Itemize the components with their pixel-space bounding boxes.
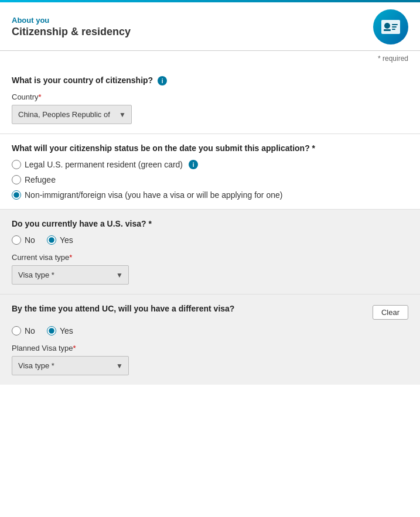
citizenship-status-radio-2[interactable] [12,175,21,184]
current-visa-radio-no[interactable] [12,235,21,245]
section-icon [373,9,408,44]
current-visa-yes[interactable]: Yes [47,235,73,245]
header: About you Citizenship & residency [0,2,420,51]
citizenship-question: What is your country of citizenship? i [12,76,408,85]
svg-point-1 [384,23,390,29]
citizenship-status-option-2[interactable]: Refugee [12,175,408,184]
citizenship-info-icon[interactable]: i [158,76,167,85]
svg-rect-3 [392,24,398,25]
svg-rect-0 [381,20,400,34]
country-select-wrapper: China, Peoples Republic of United States… [12,105,132,124]
planned-visa-type-label: Planned Visa type* [12,344,408,352]
citizenship-status-option-1[interactable]: Legal U.S. permanent resident (green car… [12,160,408,169]
planned-visa-radio-row: No Yes [12,326,408,335]
planned-visa-radio-no[interactable] [12,326,21,335]
svg-rect-4 [392,26,397,28]
planned-visa-section: By the time you attend UC, will you have… [0,295,420,385]
page-title: Citizenship & residency [12,26,131,38]
planned-visa-type-select-wrapper: Visa type * F-1 J-1 H-1B Other ▼ [12,356,129,375]
visa-type-label: Current visa type* [12,253,408,262]
citizenship-section: What is your country of citizenship? i C… [0,66,420,134]
current-visa-question: Do you currently have a U.S. visa? * [12,219,408,228]
green-card-info-icon[interactable]: i [189,160,198,169]
current-visa-section: Do you currently have a U.S. visa? * No … [0,210,420,295]
country-select[interactable]: China, Peoples Republic of United States… [12,105,132,124]
planned-visa-radio-yes[interactable] [47,326,56,335]
svg-rect-2 [384,29,391,31]
planned-visa-yes[interactable]: Yes [47,326,73,335]
citizenship-status-radio-3[interactable] [12,190,21,200]
breadcrumb: About you [12,16,131,25]
clear-button[interactable]: Clear [373,305,408,320]
citizenship-status-radio-group: Legal U.S. permanent resident (green car… [12,160,408,200]
required-note: * required [0,51,420,66]
citizenship-status-section: What will your citizenship status be on … [0,134,420,210]
planned-visa-question: By the time you attend UC, will you have… [12,304,234,313]
citizenship-status-radio-1[interactable] [12,160,21,169]
planned-visa-header-row: By the time you attend UC, will you have… [12,304,408,320]
visa-type-select[interactable]: Visa type * F-1 J-1 H-1B Other [12,265,129,285]
citizenship-status-question: What will your citizenship status be on … [12,143,408,153]
current-visa-radio-row: No Yes [12,235,408,245]
country-label: Country* [12,93,408,101]
current-visa-no[interactable]: No [12,235,35,245]
svg-rect-5 [392,29,395,30]
planned-visa-no[interactable]: No [12,326,35,335]
planned-visa-type-select[interactable]: Visa type * F-1 J-1 H-1B Other [12,356,129,375]
citizenship-status-option-3[interactable]: Non-immigrant/foreign visa (you have a v… [12,190,408,200]
id-card-icon [380,16,401,37]
current-visa-radio-yes[interactable] [47,235,56,245]
visa-type-select-wrapper: Visa type * F-1 J-1 H-1B Other ▼ [12,265,129,285]
header-left: About you Citizenship & residency [12,16,131,38]
